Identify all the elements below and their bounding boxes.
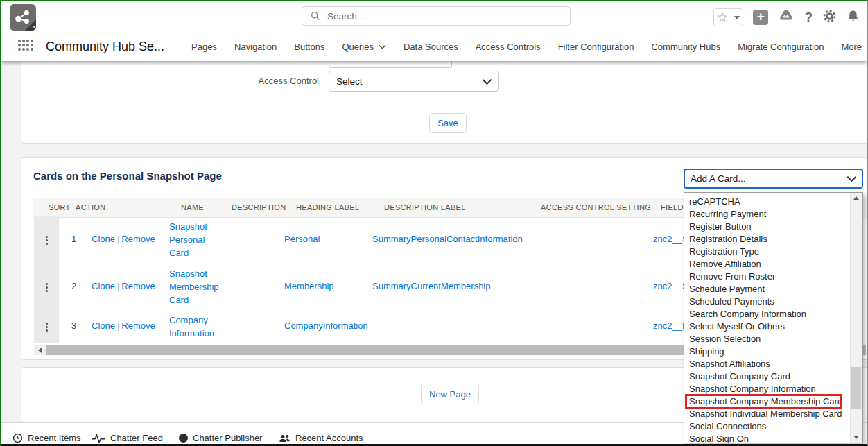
tab-migrate-configuration[interactable]: Migrate Configuration xyxy=(738,42,824,52)
dropdown-item[interactable]: Remove From Roster xyxy=(684,271,851,283)
add-card-placeholder: Add A Card... xyxy=(691,173,746,184)
tab-navigation[interactable]: Navigation xyxy=(234,42,277,52)
sort-handle[interactable] xyxy=(34,264,59,311)
remove-link[interactable]: Remove xyxy=(121,281,155,291)
header-utility-icons: + ? xyxy=(713,8,860,26)
row-number: 1 xyxy=(71,234,76,244)
dropdown-item[interactable]: Social Connections xyxy=(684,420,851,433)
col-sort: SORT xyxy=(49,203,71,212)
description-label-value[interactable]: SummaryPersonalContactInformation xyxy=(372,234,523,244)
card-name-link[interactable]: Snapshot Personal Card xyxy=(169,220,222,259)
chevron-down-icon xyxy=(483,76,492,87)
dropdown-item[interactable]: Shipping xyxy=(684,345,851,358)
footer-chatter-publisher[interactable]: Chatter Publisher xyxy=(179,433,262,443)
row-number: 2 xyxy=(71,281,76,291)
clone-link[interactable]: Clone xyxy=(92,281,115,291)
scroll-down-arrow-icon[interactable] xyxy=(851,432,862,443)
dropdown-item[interactable]: Snapshot Affiliations xyxy=(684,358,851,370)
trailhead-icon[interactable] xyxy=(778,8,795,26)
dropdown-item[interactable]: Search Company Information xyxy=(684,308,851,320)
tab-community-hubs[interactable]: Community Hubs xyxy=(651,42,720,52)
cards-panel-title: Cards on the Personal Snapshot Page xyxy=(33,170,222,182)
tab-pages[interactable]: Pages xyxy=(191,42,217,52)
tab-filter-configuration[interactable]: Filter Configuration xyxy=(558,42,634,52)
heading-label-value[interactable]: Personal xyxy=(284,234,320,244)
footer-recent-accounts[interactable]: Recent Accounts xyxy=(279,433,363,443)
description-label-value[interactable]: SummaryCurrentMembership xyxy=(372,281,491,291)
help-icon[interactable]: ? xyxy=(804,10,813,25)
card-name-link[interactable]: Snapshot Membership Card xyxy=(169,267,222,307)
dropdown-scrollbar xyxy=(850,193,862,443)
app-window: * + ? xyxy=(0,0,868,446)
scroll-up-arrow-icon[interactable] xyxy=(851,193,862,203)
app-launcher-icon[interactable] xyxy=(18,40,33,51)
global-header: * + ? xyxy=(1,1,867,32)
clock-icon xyxy=(12,433,23,443)
heading-label-value[interactable]: Membership xyxy=(284,281,334,291)
kebab-icon xyxy=(46,283,48,292)
access-control-value: Select xyxy=(336,76,363,87)
dropdown-item[interactable]: Remove Affiliation xyxy=(684,258,851,271)
dropdown-item[interactable]: Social Sign On xyxy=(684,433,851,443)
global-search xyxy=(302,6,571,26)
access-control-select[interactable]: Select xyxy=(329,71,499,92)
dropdown-item[interactable]: Session Selection xyxy=(684,333,851,345)
dropdown-item[interactable]: Registration Details xyxy=(684,233,851,246)
footer-recent-items[interactable]: Recent Items xyxy=(12,433,81,443)
card-name-link[interactable]: Company Information xyxy=(169,314,222,340)
favorites-split-button[interactable] xyxy=(713,8,743,26)
col-action: ACTION xyxy=(76,203,105,212)
app-nav-bar: Community Hub Se... Pages Navigation But… xyxy=(1,32,867,61)
heading-label-value[interactable]: CompanyInformation xyxy=(284,320,368,331)
col-access-control-setting: ACCESS CONTROL SETTING xyxy=(541,203,651,212)
search-icon xyxy=(311,11,320,21)
dropdown-item[interactable]: Select Myself Or Others xyxy=(684,320,851,333)
kebab-icon xyxy=(46,323,48,332)
sort-handle[interactable] xyxy=(34,311,59,343)
col-description: DESCRIPTION xyxy=(232,203,286,212)
dropdown-item[interactable]: Schedule Payment xyxy=(684,283,851,295)
people-icon xyxy=(279,434,290,443)
clone-link[interactable]: Clone xyxy=(92,320,115,331)
remove-link[interactable]: Remove xyxy=(121,234,155,244)
footer-label: Recent Accounts xyxy=(295,433,363,443)
tab-data-sources[interactable]: Data Sources xyxy=(403,42,458,52)
new-page-button[interactable]: New Page xyxy=(421,384,479,404)
footer-chatter-feed[interactable]: Chatter Feed xyxy=(92,433,163,443)
chevron-down-icon xyxy=(847,173,856,184)
dropdown-item[interactable]: Snapshot Individual Membership Card xyxy=(684,408,851,420)
circle-icon xyxy=(179,434,188,443)
search-input[interactable] xyxy=(326,10,570,22)
dropdown-item[interactable]: reCAPTCHA xyxy=(684,196,851,208)
add-card-select[interactable]: Add A Card... xyxy=(684,169,863,189)
favorites-dropdown-icon[interactable] xyxy=(731,9,743,26)
dropdown-item[interactable]: Snapshot Company Card xyxy=(684,370,851,383)
dropdown-item[interactable]: Registration Type xyxy=(684,246,851,258)
footer-label: Chatter Feed xyxy=(110,433,163,443)
remove-link[interactable]: Remove xyxy=(121,320,155,331)
tab-queries[interactable]: Queries xyxy=(342,42,386,52)
tab-more[interactable]: More xyxy=(841,42,862,52)
add-icon[interactable]: + xyxy=(753,10,768,25)
dropdown-item[interactable]: Register Button xyxy=(684,221,851,233)
scroll-left-arrow-icon[interactable] xyxy=(34,345,45,355)
dropdown-item-highlighted[interactable]: Snapshot Company Membership Card xyxy=(684,395,851,408)
chevron-down-icon xyxy=(379,44,386,49)
setup-gear-icon[interactable] xyxy=(822,9,837,26)
dropdown-item[interactable]: Recurring Payment xyxy=(684,208,851,221)
app-logo: * xyxy=(10,4,36,31)
favorites-star-icon[interactable] xyxy=(714,9,731,26)
sort-handle[interactable] xyxy=(34,216,59,264)
kebab-icon xyxy=(46,236,48,245)
add-card-dropdown-list: reCAPTCHA Recurring Payment Register But… xyxy=(684,192,863,443)
tab-access-controls[interactable]: Access Controls xyxy=(476,42,541,52)
col-heading-label: HEADING LABEL xyxy=(296,203,359,212)
clone-link[interactable]: Clone xyxy=(92,234,115,244)
vertical-scrollbar-thumb[interactable] xyxy=(851,367,861,409)
dropdown-item[interactable]: Scheduled Payments xyxy=(684,295,851,308)
save-button[interactable]: Save xyxy=(429,113,467,133)
access-control-label: Access Control xyxy=(195,76,319,86)
notifications-bell-icon[interactable] xyxy=(847,9,860,26)
tab-buttons[interactable]: Buttons xyxy=(294,42,324,52)
dropdown-item[interactable]: Snapshot Company Information xyxy=(684,383,851,395)
